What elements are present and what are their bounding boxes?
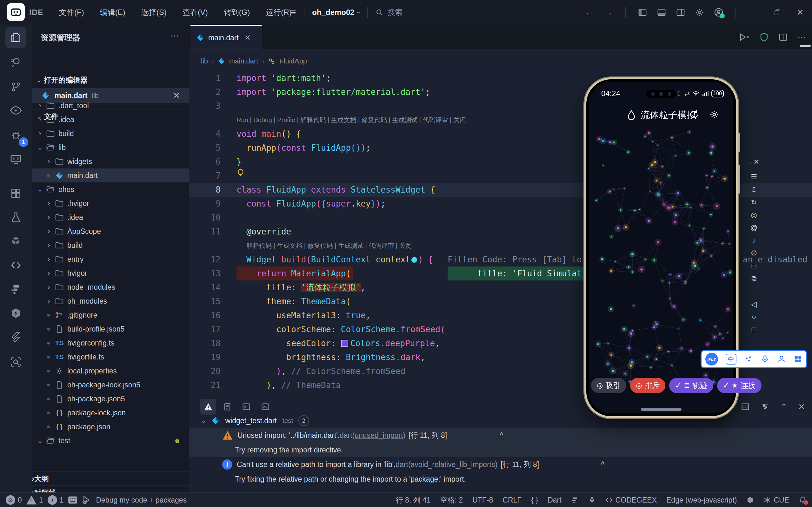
codelens-actions[interactable]: Run | Debug | Profile | 解释代码 | 生成文档 | 修复… xyxy=(236,113,466,127)
activity-logo-code-icon[interactable] xyxy=(5,255,26,276)
scrollbar-thumb[interactable] xyxy=(800,45,811,47)
close-button[interactable]: ✕ xyxy=(793,5,808,20)
status-item-UTF8[interactable]: UTF-8 xyxy=(472,496,493,504)
tree-item-ohos[interactable]: ⌄ohos xyxy=(32,182,189,196)
status-item-CODEGEEX[interactable]: CODEGEEX xyxy=(605,496,657,504)
pill-吸引[interactable]: ◎吸引 xyxy=(591,378,626,393)
tab-close-icon[interactable]: ✕ xyxy=(245,33,251,42)
tree-item-.dart_tool[interactable]: ›.dart_tool xyxy=(32,99,189,113)
strip-icon-8[interactable]: ⧉ xyxy=(748,274,760,283)
tree-item-test[interactable]: ⌄test xyxy=(32,434,189,448)
menu-more-icon[interactable]: ≡ xyxy=(286,5,301,19)
nav-forward-icon[interactable]: → xyxy=(603,7,614,18)
strip-icon-3[interactable]: ◎ xyxy=(748,211,760,219)
nav-home-icon[interactable]: ○ xyxy=(748,313,760,321)
menu-item[interactable]: 文件(F) xyxy=(53,4,90,21)
mini-window-controls[interactable]: −✕ xyxy=(748,158,760,166)
tab-problems-icon[interactable] xyxy=(200,399,216,415)
sidebar-more-icon[interactable]: ⋯ xyxy=(170,31,180,41)
tree-item-entry[interactable]: ›entry xyxy=(32,252,189,266)
activity-logo-3d-icon[interactable] xyxy=(5,231,26,252)
split-editor-icon[interactable] xyxy=(778,33,788,42)
settings-gear-icon[interactable] xyxy=(694,7,705,18)
tree-item-.idea[interactable]: ›.idea xyxy=(32,210,189,224)
breadcrumb-symbol[interactable]: FluidApp xyxy=(279,57,307,65)
activity-debug-icon[interactable]: 1 xyxy=(5,125,26,146)
menu-item[interactable]: 选择(S) xyxy=(136,4,172,21)
activity-extensions-grid-icon[interactable] xyxy=(5,183,26,204)
strip-icon-1[interactable]: ↥ xyxy=(748,186,760,194)
run-file-icon[interactable] xyxy=(739,33,750,42)
outline-section[interactable]: ›大纲 xyxy=(32,471,189,486)
ifly-logo[interactable]: iFLY xyxy=(705,353,718,365)
ifly-toolbar[interactable]: iFLY 中 xyxy=(701,350,807,369)
status-item[interactable] xyxy=(588,496,596,504)
tree-item-oh_modules[interactable]: ›oh_modules xyxy=(32,294,189,308)
strip-icon-0[interactable]: ☰ xyxy=(748,173,760,181)
tree-item-main.dart[interactable]: main.dart xyxy=(32,168,189,182)
tree-item-build[interactable]: ›build xyxy=(32,238,189,252)
status-item[interactable] xyxy=(571,496,579,504)
tree-item-oh-package.json5[interactable]: oh-package.json5 xyxy=(32,392,189,406)
toggle-bottom-panel-icon[interactable] xyxy=(656,7,667,18)
tree-item-hvigorconfig.ts[interactable]: TShvigorconfig.ts xyxy=(32,336,189,350)
status-item-Debugmycodep[interactable]: Debug my code + packages xyxy=(96,496,187,504)
home-indicator[interactable] xyxy=(641,408,682,411)
tab-terminal-icon[interactable] xyxy=(258,399,273,415)
collapse-caret-icon[interactable]: ^ xyxy=(500,431,503,440)
tab-output-icon[interactable] xyxy=(219,399,235,415)
collapse-panel-icon[interactable]: ⌃ xyxy=(780,402,787,412)
breadcrumb-lib[interactable]: lib xyxy=(201,57,208,65)
activity-scan-search-icon[interactable] xyxy=(5,351,26,373)
status-item[interactable] xyxy=(799,496,807,504)
toggle-left-panel-icon[interactable] xyxy=(637,7,648,18)
tree-item-widgets[interactable]: ›widgets xyxy=(32,155,189,168)
tree-item-hvigorfile.ts[interactable]: TShvigorfile.ts xyxy=(32,350,189,364)
tab-main-dart[interactable]: main.dart ✕ xyxy=(191,25,262,50)
restore-button[interactable] xyxy=(770,5,785,20)
app-logo-icon[interactable] xyxy=(7,3,25,21)
toggle-right-panel-icon[interactable] xyxy=(675,7,686,18)
tree-item-hvigor[interactable]: ›hvigor xyxy=(32,266,189,280)
activity-logo-hex-icon[interactable] xyxy=(5,303,26,324)
status-item[interactable] xyxy=(82,496,92,504)
project-selector[interactable]: oh_demo02 › xyxy=(308,5,364,19)
view-as-table-icon[interactable] xyxy=(741,402,750,411)
minimize-button[interactable]: – xyxy=(747,5,762,20)
activity-test-flask-icon[interactable] xyxy=(5,207,26,228)
tree-item-oh-package-lock.json5[interactable]: oh-package-lock.json5 xyxy=(32,378,189,392)
status-item-Edgewebjavas[interactable]: Edge (web-javascript) xyxy=(666,496,737,504)
activity-source-control-icon[interactable] xyxy=(5,76,26,97)
status-item[interactable] xyxy=(746,496,754,504)
activity-ai-eye-icon[interactable] xyxy=(5,100,26,121)
tree-item-build-profile.json5[interactable]: build-profile.json5 xyxy=(32,322,189,336)
plugin-icon[interactable] xyxy=(759,33,769,42)
status-item-[interactable]: { } xyxy=(531,496,538,504)
strip-icon-4[interactable]: @ xyxy=(748,224,760,232)
activity-remote-monitor-icon[interactable] xyxy=(5,149,26,170)
activity-search-icon[interactable] xyxy=(5,52,26,73)
pill-连接[interactable]: ✓★连接 xyxy=(717,378,762,393)
problem-row[interactable]: iCan't use a relative path to import a l… xyxy=(189,457,812,472)
close-panel-icon[interactable]: ✕ xyxy=(798,402,805,412)
tree-item-package.json[interactable]: { }package.json xyxy=(32,420,189,434)
filter-icon[interactable] xyxy=(761,402,769,411)
menu-item[interactable]: 查看(V) xyxy=(177,4,214,21)
ifly-dots-icon[interactable] xyxy=(744,355,753,363)
breadcrumb[interactable]: lib › main.dart › FluidApp xyxy=(201,54,307,68)
status-item-0[interactable]: ⊘0 xyxy=(6,495,22,505)
refresh-icon[interactable] xyxy=(689,109,699,120)
status-item-CUE[interactable]: CUE xyxy=(763,496,789,504)
tree-item-build[interactable]: ›build xyxy=(32,127,189,140)
nav-back-icon[interactable]: ◁ xyxy=(748,300,760,309)
problem-rule-link[interactable]: unused_import xyxy=(355,431,403,440)
more-actions-icon[interactable]: ⋯ xyxy=(797,32,807,43)
search-button[interactable]: 搜索 xyxy=(371,5,407,20)
breadcrumb-file[interactable]: main.dart xyxy=(229,57,258,65)
tree-item-package-lock.json[interactable]: { }package-lock.json xyxy=(32,406,189,420)
tree-item-.idea[interactable]: ›.idea xyxy=(32,113,189,127)
activity-flutter-icon[interactable] xyxy=(5,327,26,348)
activity-explorer-icon[interactable] xyxy=(5,27,26,48)
nav-recents-icon[interactable]: □ xyxy=(748,325,760,334)
status-item-1[interactable]: !1 xyxy=(26,496,43,504)
